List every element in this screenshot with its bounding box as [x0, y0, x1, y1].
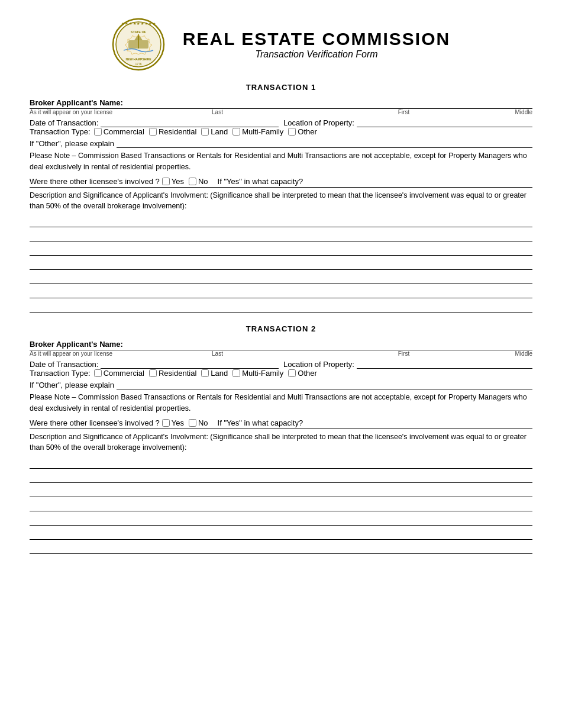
checkbox-multifamily-2[interactable]: Multi-Family	[232, 369, 283, 378]
yes-input-2[interactable]	[162, 419, 170, 427]
last-label-1: Last	[124, 109, 311, 115]
date-field-1: Date of Transaction:	[30, 117, 279, 127]
checkbox-multifamily-1[interactable]: Multi-Family	[232, 127, 283, 136]
no-checkbox-2[interactable]: No	[189, 418, 208, 427]
other-explain-row-1: If "Other", please explain	[30, 137, 532, 148]
capacity-input-1[interactable]	[305, 175, 532, 186]
checkbox-land-label-2: Land	[211, 369, 228, 378]
if-yes-label-2: If "Yes" in what capacity?	[218, 418, 303, 427]
note-box-2: Please Note – Commission Based Transacti…	[30, 392, 532, 414]
header-text-block: REAL ESTATE COMMISSION Transaction Verif…	[183, 29, 450, 60]
page-title: REAL ESTATE COMMISSION	[183, 29, 450, 49]
yes-label-2: Yes	[172, 418, 184, 427]
checkbox-commercial-1[interactable]: Commercial	[94, 127, 144, 136]
write-line-2-7[interactable]	[30, 541, 532, 554]
checkbox-residential-input-1[interactable]	[149, 128, 157, 136]
location-input-1[interactable]	[357, 117, 532, 127]
date-label-2: Date of Transaction:	[30, 360, 98, 369]
checkbox-land-label-1: Land	[211, 127, 228, 136]
location-label-1: Location of Property:	[283, 118, 354, 127]
no-input-2[interactable]	[189, 419, 196, 427]
write-line-2-3[interactable]	[30, 484, 532, 497]
location-field-2: Location of Property:	[283, 358, 532, 369]
yes-label-1: Yes	[172, 177, 184, 186]
checkbox-land-2[interactable]: Land	[201, 369, 228, 378]
svg-text:1776: 1776	[135, 62, 141, 66]
date-location-row-1: Date of Transaction: Location of Propert…	[30, 117, 532, 127]
location-label-2: Location of Property:	[283, 360, 354, 369]
checkbox-multifamily-input-1[interactable]	[232, 128, 240, 136]
checkbox-commercial-input-2[interactable]	[94, 369, 102, 377]
broker-name-row-1: Broker Applicant's Name:	[30, 96, 532, 109]
broker-name-label-2: Broker Applicant's Name:	[30, 340, 123, 349]
other-explain-row-2: If "Other", please explain	[30, 379, 532, 389]
write-line-1-4[interactable]	[30, 257, 532, 270]
transaction-1-section: TRANSACTION 1 Broker Applicant's Name: A…	[30, 83, 532, 313]
checkbox-residential-label-1: Residential	[159, 127, 196, 136]
write-line-1-6[interactable]	[30, 285, 532, 298]
no-input-1[interactable]	[189, 178, 196, 185]
location-input-2[interactable]	[357, 358, 532, 369]
other-explain-label-2: If "Other", please explain	[30, 381, 114, 389]
note-text-2: Please Note – Commission Based Transacti…	[30, 393, 527, 413]
checkbox-land-input-2[interactable]	[201, 369, 209, 377]
other-explain-input-2[interactable]	[117, 379, 532, 389]
write-line-2-4[interactable]	[30, 498, 532, 511]
svg-text:NEW HAMPSHIRE: NEW HAMPSHIRE	[125, 57, 151, 61]
broker-name-input-1[interactable]	[125, 96, 532, 107]
write-line-2-5[interactable]	[30, 513, 532, 526]
capacity-input-2[interactable]	[305, 417, 532, 427]
checkbox-multifamily-label-1: Multi-Family	[242, 127, 283, 136]
no-checkbox-1[interactable]: No	[189, 177, 208, 186]
checkbox-land-input-1[interactable]	[201, 128, 209, 136]
checkbox-other-input-1[interactable]	[288, 128, 296, 136]
checkbox-other-2[interactable]: Other	[288, 369, 317, 378]
yes-input-1[interactable]	[162, 178, 170, 185]
checkbox-multifamily-input-2[interactable]	[232, 369, 240, 377]
licensee-question-2: Were there other licensee's involved ?	[30, 418, 160, 427]
transaction-2-section: TRANSACTION 2 Broker Applicant's Name: A…	[30, 324, 532, 554]
first-label-2: First	[311, 350, 497, 357]
transaction-type-row-2: Transaction Type: Commercial Residential…	[30, 369, 532, 378]
date-label-1: Date of Transaction:	[30, 118, 98, 127]
write-lines-2	[30, 456, 532, 554]
write-line-2-2[interactable]	[30, 470, 532, 483]
yes-checkbox-2[interactable]: Yes	[162, 418, 184, 427]
licensee-question-1: Were there other licensee's involved ?	[30, 177, 160, 186]
write-line-1-7[interactable]	[30, 299, 532, 313]
state-seal-logo: ★ ★ ★ ★ ★ ★ ★ ★ ★ STATE OF NEW HAMPSHIRE…	[112, 18, 165, 71]
date-input-1[interactable]	[101, 117, 279, 127]
checkbox-residential-2[interactable]: Residential	[149, 369, 196, 378]
desc-row-2: Description and Significance of Applican…	[30, 431, 532, 454]
page-subtitle: Transaction Verification Form	[183, 49, 450, 60]
write-line-1-1[interactable]	[30, 214, 532, 227]
write-line-1-2[interactable]	[30, 228, 532, 241]
checkbox-land-1[interactable]: Land	[201, 127, 228, 136]
broker-name-input-2[interactable]	[125, 338, 532, 349]
write-line-1-5[interactable]	[30, 271, 532, 284]
if-yes-label-1: If "Yes" in what capacity?	[218, 177, 303, 186]
note-text-1: Please Note – Commission Based Transacti…	[30, 152, 527, 171]
svg-text:★ ★ ★ ★ ★ ★ ★ ★ ★: ★ ★ ★ ★ ★ ★ ★ ★ ★	[121, 22, 156, 25]
checkbox-residential-label-2: Residential	[159, 369, 196, 378]
transaction-2-title: TRANSACTION 2	[30, 324, 532, 333]
checkbox-residential-1[interactable]: Residential	[149, 127, 196, 136]
write-line-2-6[interactable]	[30, 527, 532, 540]
checkbox-other-1[interactable]: Other	[288, 127, 317, 136]
broker-name-row-2: Broker Applicant's Name:	[30, 338, 532, 350]
checkbox-commercial-input-1[interactable]	[94, 128, 102, 136]
write-lines-1	[30, 214, 532, 313]
checkbox-commercial-2[interactable]: Commercial	[94, 369, 144, 378]
checkbox-other-input-2[interactable]	[288, 369, 296, 377]
write-line-2-1[interactable]	[30, 456, 532, 469]
note-box-1: Please Note – Commission Based Transacti…	[30, 150, 532, 173]
transaction-type-label-2: Transaction Type:	[30, 369, 91, 378]
checkbox-residential-input-2[interactable]	[149, 369, 157, 377]
yes-checkbox-1[interactable]: Yes	[162, 177, 184, 186]
middle-label-1: Middle	[497, 109, 532, 115]
other-explain-input-1[interactable]	[117, 137, 532, 148]
date-location-row-2: Date of Transaction: Location of Propert…	[30, 358, 532, 369]
no-label-1: No	[198, 177, 208, 186]
write-line-1-3[interactable]	[30, 243, 532, 256]
date-input-2[interactable]	[101, 358, 279, 369]
